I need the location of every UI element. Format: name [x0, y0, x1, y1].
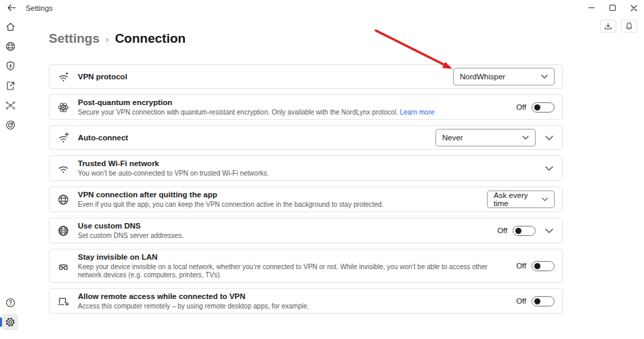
setting-subtitle: Secure your VPN connection with quantum-…	[78, 108, 509, 117]
subtitle-text: Secure your VPN connection with quantum-…	[78, 108, 398, 116]
toggle-state-label: Off	[517, 103, 526, 111]
top-actions	[600, 20, 637, 33]
breadcrumb-separator: ›	[106, 34, 109, 45]
remote-access-toggle[interactable]	[532, 296, 555, 306]
sidebar-item-file-share[interactable]	[2, 77, 18, 94]
close-icon	[630, 5, 637, 12]
toggle-knob	[534, 263, 540, 269]
row-custom-dns: Use custom DNS Set custom DNS server add…	[49, 218, 563, 243]
sidebar-item-settings[interactable]	[2, 314, 18, 330]
download-button[interactable]	[600, 20, 616, 33]
toggle-knob	[534, 104, 540, 111]
sidebar-item-help[interactable]	[2, 294, 18, 311]
wifi-icon	[56, 161, 70, 175]
toggle-knob	[534, 298, 540, 304]
custom-dns-toggle[interactable]	[513, 226, 536, 236]
expand-button[interactable]	[544, 225, 555, 236]
setting-title: Allow remote access while connected to V…	[78, 292, 509, 301]
shield-bolt-icon	[5, 60, 16, 72]
download-icon	[604, 22, 612, 31]
toggle-knob	[515, 228, 521, 234]
globe-icon	[5, 41, 16, 52]
chevron-down-icon	[545, 136, 553, 140]
setting-title: VPN connection after quitting the app	[78, 190, 479, 199]
expand-button[interactable]	[544, 163, 555, 174]
dropdown-value: NordWhisper	[460, 73, 505, 81]
notifications-button[interactable]	[621, 20, 637, 33]
row-invisible-lan: Stay invisible on LAN Keep your device i…	[49, 249, 563, 283]
row-vpn-after-quit: VPN connection after quitting the app Ev…	[49, 186, 563, 212]
atom-icon	[56, 100, 70, 114]
maximize-icon	[609, 5, 616, 11]
dropdown-value: Never	[442, 134, 463, 142]
sidebar-item-home[interactable]	[2, 18, 18, 35]
active-indicator	[0, 317, 2, 327]
breadcrumb: Settings › Connection	[49, 31, 644, 46]
setting-title: Stay invisible on LAN	[78, 252, 509, 262]
target-icon	[5, 119, 16, 131]
window-title: Settings	[26, 4, 53, 12]
chevron-down-icon	[545, 166, 553, 171]
sidebar-item-dedicated-ip[interactable]	[2, 117, 18, 133]
sidebar	[0, 16, 20, 339]
page-title: Connection	[115, 31, 186, 46]
auto-connect-dropdown[interactable]: Never	[435, 129, 536, 146]
setting-subtitle: Access this computer remotely – by using…	[78, 302, 509, 311]
setting-title: Auto-connect	[78, 133, 427, 142]
file-arrow-icon	[5, 80, 16, 92]
setting-subtitle: You won’t be auto-connected to VPN on tr…	[78, 170, 536, 178]
wifi-sparkle-icon	[56, 70, 70, 83]
chevron-down-icon	[545, 228, 553, 233]
row-vpn-protocol: VPN protocol NordWhisper	[49, 64, 563, 89]
setting-subtitle: Even if you quit the app, you can keep t…	[78, 201, 479, 209]
minimize-button[interactable]	[581, 0, 602, 16]
vpn-protocol-dropdown[interactable]: NordWhisper	[453, 68, 555, 85]
arrow-left-icon	[7, 4, 16, 12]
row-trusted-wifi: Trusted Wi-Fi network You won’t be auto-…	[49, 155, 563, 181]
setting-title: Use custom DNS	[78, 221, 490, 231]
row-post-quantum: Post-quantum encryption Secure your VPN …	[49, 94, 563, 120]
setting-title: VPN protocol	[78, 72, 445, 81]
toggle-state-label: Off	[498, 226, 507, 235]
toggle-state-label: Off	[517, 297, 526, 305]
maximize-button[interactable]	[602, 0, 623, 16]
post-quantum-toggle[interactable]	[532, 102, 555, 113]
learn-more-link[interactable]: Learn more	[400, 108, 434, 116]
chevron-down-icon	[522, 136, 529, 140]
setting-title: Trusted Wi-Fi network	[78, 159, 536, 168]
minimize-icon	[588, 7, 595, 8]
close-button[interactable]	[623, 0, 644, 16]
toggle-state-label: Off	[517, 262, 526, 270]
help-icon	[5, 297, 16, 308]
wifi-plus-icon	[56, 131, 70, 144]
chevron-down-icon	[542, 197, 548, 201]
expand-button[interactable]	[544, 132, 555, 143]
vpn-after-quit-dropdown[interactable]: Ask every time	[487, 191, 555, 208]
back-button[interactable]	[3, 0, 20, 16]
row-auto-connect: Auto-connect Never	[49, 125, 563, 150]
sidebar-item-servers[interactable]	[2, 38, 18, 54]
incognito-icon	[56, 259, 70, 273]
sidebar-item-meshnet[interactable]	[2, 97, 18, 113]
row-remote-access: Allow remote access while connected to V…	[49, 288, 563, 314]
gear-icon	[4, 316, 16, 328]
bell-icon	[625, 22, 633, 31]
meshnet-icon	[5, 100, 16, 111]
invisible-lan-toggle[interactable]	[532, 261, 555, 271]
setting-title: Post-quantum encryption	[78, 98, 509, 107]
chevron-down-icon	[541, 75, 548, 79]
setting-subtitle: Set custom DNS server addresses.	[78, 232, 490, 240]
sidebar-item-threat-protection[interactable]	[2, 58, 18, 74]
settings-list: VPN protocol NordWhisper Post-qua	[49, 64, 563, 314]
breadcrumb-settings[interactable]: Settings	[49, 31, 100, 46]
globe-grid-icon	[56, 224, 70, 237]
setting-subtitle: Keep your device invisible on a local ne…	[78, 263, 509, 279]
home-icon	[5, 21, 16, 33]
titlebar: Settings	[0, 0, 644, 16]
dropdown-value: Ask every time	[494, 191, 542, 207]
laptop-arrow-icon	[56, 294, 70, 308]
main-content: Settings › Connection VPN protocol NordW…	[20, 16, 644, 339]
globe-icon	[56, 193, 70, 206]
